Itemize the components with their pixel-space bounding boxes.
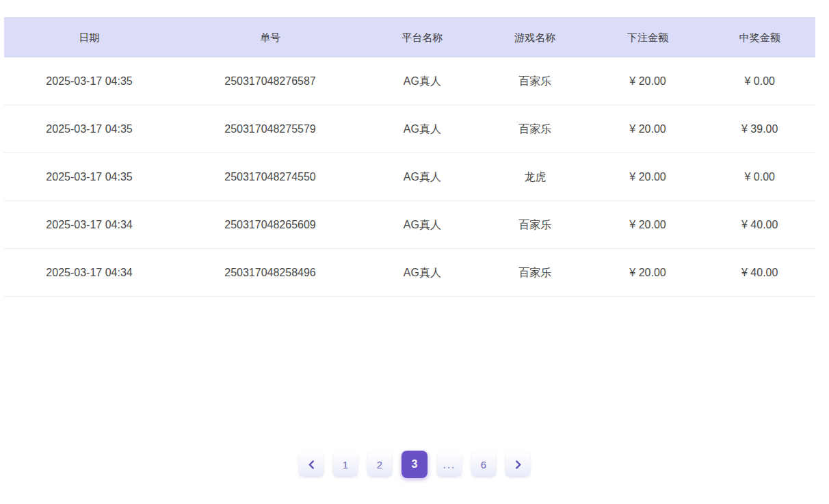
pagination: 123...6 (0, 450, 829, 479)
cell-win_amount: ¥ 40.00 (704, 266, 815, 279)
cell-order_no: 250317048258496 (174, 266, 366, 279)
chevron-left-icon (307, 460, 316, 469)
cell-game: 百家乐 (479, 218, 592, 231)
table-row: 2025-03-17 04:35250317048275579AG真人百家乐¥ … (4, 105, 815, 153)
page-button-2[interactable]: 2 (367, 452, 392, 477)
column-header-platform: 平台名称 (366, 32, 479, 42)
cell-platform: AG真人 (366, 218, 479, 231)
cell-date: 2025-03-17 04:34 (4, 266, 174, 279)
cell-bet_amount: ¥ 20.00 (592, 266, 705, 279)
cell-game: 百家乐 (479, 266, 592, 279)
cell-order_no: 250317048276587 (174, 75, 366, 88)
column-header-bet_amount: 下注金额 (592, 32, 705, 42)
page-button-6[interactable]: 6 (471, 452, 496, 477)
cell-win_amount: ¥ 0.00 (704, 170, 815, 183)
table-body: 2025-03-17 04:35250317048276587AG真人百家乐¥ … (4, 57, 815, 297)
cell-order_no: 250317048265609 (174, 218, 366, 231)
cell-bet_amount: ¥ 20.00 (592, 218, 705, 231)
cell-platform: AG真人 (366, 122, 479, 135)
cell-date: 2025-03-17 04:34 (4, 218, 174, 231)
cell-date: 2025-03-17 04:35 (4, 170, 174, 183)
table-row: 2025-03-17 04:34250317048258496AG真人百家乐¥ … (4, 249, 815, 297)
column-header-win_amount: 中奖金额 (704, 32, 815, 42)
cell-platform: AG真人 (366, 170, 479, 183)
cell-platform: AG真人 (366, 75, 479, 88)
cell-order_no: 250317048275579 (174, 122, 366, 135)
cell-bet_amount: ¥ 20.00 (592, 75, 705, 88)
table-row: 2025-03-17 04:35250317048276587AG真人百家乐¥ … (4, 57, 815, 105)
table-row: 2025-03-17 04:34250317048265609AG真人百家乐¥ … (4, 201, 815, 249)
column-header-date: 日期 (4, 32, 174, 42)
cell-win_amount: ¥ 39.00 (704, 122, 815, 135)
column-header-game: 游戏名称 (479, 32, 592, 42)
cell-game: 龙虎 (479, 170, 592, 183)
prev-page-button[interactable] (299, 452, 324, 477)
cell-game: 百家乐 (479, 122, 592, 135)
page-button-3[interactable]: 3 (402, 451, 427, 478)
bet-records-table: 日期单号平台名称游戏名称下注金额中奖金额 2025-03-17 04:35250… (4, 17, 815, 297)
table-row: 2025-03-17 04:35250317048274550AG真人龙虎¥ 2… (4, 153, 815, 201)
page-ellipsis-button[interactable]: ... (437, 452, 462, 477)
cell-platform: AG真人 (366, 266, 479, 279)
cell-date: 2025-03-17 04:35 (4, 122, 174, 135)
next-page-button[interactable] (505, 452, 530, 477)
cell-bet_amount: ¥ 20.00 (592, 170, 705, 183)
table-header-row: 日期单号平台名称游戏名称下注金额中奖金额 (4, 17, 815, 57)
page-button-1[interactable]: 1 (333, 452, 358, 477)
cell-order_no: 250317048274550 (174, 170, 366, 183)
cell-game: 百家乐 (479, 75, 592, 88)
cell-win_amount: ¥ 0.00 (704, 75, 815, 88)
chevron-right-icon (514, 460, 523, 469)
cell-date: 2025-03-17 04:35 (4, 75, 174, 88)
column-header-order_no: 单号 (174, 32, 366, 42)
cell-win_amount: ¥ 40.00 (704, 218, 815, 231)
cell-bet_amount: ¥ 20.00 (592, 122, 705, 135)
